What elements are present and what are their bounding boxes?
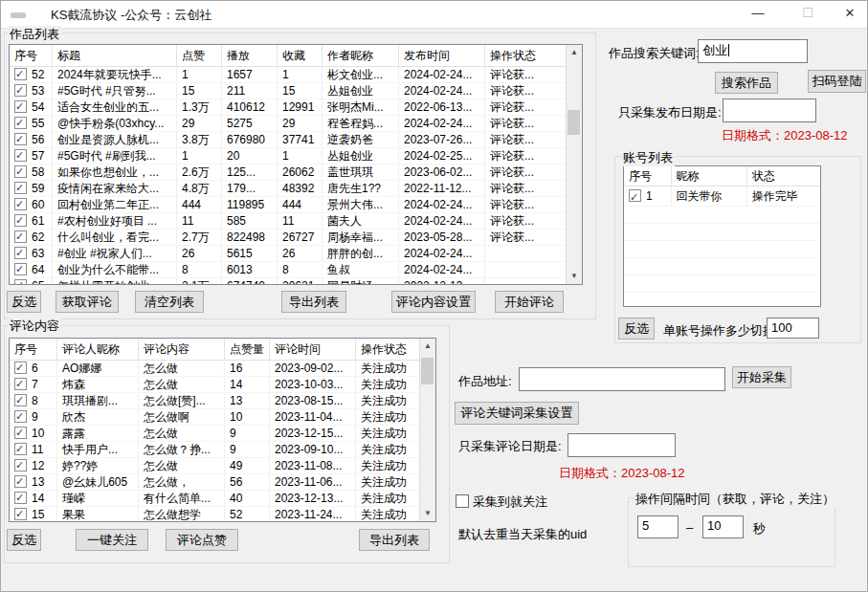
row-checkbox[interactable] bbox=[14, 378, 27, 390]
works-scrollbar-thumb[interactable] bbox=[568, 110, 580, 135]
comments-table-row[interactable]: 11 快手用户... 怎么做？挣... 9 2023-09-10... 关注成功 bbox=[10, 442, 435, 458]
status-cell: 关注成功 bbox=[356, 393, 421, 408]
works-table-row[interactable]: 54 适合女生创业的五... 1.3万 410612 12991 张明杰Mi..… bbox=[10, 99, 582, 116]
comments-table-row[interactable]: 15 果果 怎么做想学 52 2023-11-24... 关注成功 bbox=[10, 507, 435, 522]
works-table-row[interactable]: 60 回村创业第二年正... 444 119895 444 景州大伟... 20… bbox=[10, 197, 582, 213]
row-checkbox[interactable] bbox=[14, 263, 27, 275]
comments-table-row[interactable]: 8 琪琪播剧... 怎么做[赞]... 13 2023-08-15... 关注成… bbox=[10, 393, 435, 409]
row-checkbox[interactable] bbox=[14, 117, 27, 129]
accounts-table-row[interactable]: 1 回关带你 操作完毕 bbox=[624, 186, 820, 207]
works-table-row[interactable]: 61 #农村创业好项目 ... 11 585 11 菌夫人 2024-02-24… bbox=[10, 213, 582, 230]
row-checkbox[interactable] bbox=[14, 362, 27, 374]
works-table: 序号 标题 点赞 播放 收藏 作者昵称 发布时间 操作状态 52 2024年就要… bbox=[9, 44, 583, 285]
row-checkbox[interactable] bbox=[14, 459, 27, 471]
work-url-input[interactable] bbox=[519, 367, 725, 391]
comments-table-row[interactable]: 13 @幺妹儿605 怎么做， 56 2023-11-06... 关注成功 bbox=[10, 474, 435, 491]
row-checkbox[interactable] bbox=[14, 133, 27, 145]
works-invert-button[interactable]: 反选 bbox=[7, 291, 41, 313]
interval-max-input[interactable]: 10 bbox=[702, 515, 744, 538]
title-cell: 创业为什么不能带... bbox=[53, 262, 177, 277]
comment-date-input[interactable] bbox=[568, 433, 676, 457]
works-table-row[interactable]: 57 #5G时代 #刷到我... 1 20 1 丛姐创业 2024-02-25.… bbox=[10, 148, 582, 164]
favs-cell: 12991 bbox=[278, 99, 323, 115]
works-table-row[interactable]: 62 什么叫创业，看完... 2.7万 822498 26727 周杨幸福...… bbox=[10, 230, 582, 246]
close-icon[interactable]: ✕ bbox=[830, 1, 868, 28]
row-checkbox[interactable] bbox=[14, 394, 27, 406]
row-checkbox[interactable] bbox=[14, 230, 27, 243]
likes-cell: 10 bbox=[225, 409, 270, 425]
comments-table-row[interactable]: 7 炜森 怎么做 14 2023-10-03... 关注成功 bbox=[10, 377, 435, 393]
follow-on-collect-checkbox[interactable] bbox=[456, 494, 469, 508]
comments-scrollbar-thumb[interactable] bbox=[421, 358, 434, 384]
follow-all-button[interactable]: 一键关注 bbox=[76, 529, 148, 551]
comment-content-settings-button[interactable]: 评论内容设置 bbox=[391, 291, 476, 313]
search-works-button[interactable]: 搜索作品 bbox=[715, 72, 778, 94]
comments-table-row[interactable]: 9 欣杰 怎么做啊 10 2023-11-04... 关注成功 bbox=[10, 409, 435, 426]
plays-cell: 1657 bbox=[222, 67, 278, 82]
comments-table-row[interactable]: 14 瑾嵘 有什么简单... 40 2023-12-13... 关注成功 bbox=[10, 491, 435, 507]
row-checkbox[interactable] bbox=[629, 189, 641, 202]
comments-table-row[interactable]: 10 露露 怎么做 9 2023-12-15... 关注成功 bbox=[10, 426, 435, 442]
publish-date-input[interactable] bbox=[723, 99, 816, 122]
row-checkbox[interactable] bbox=[14, 68, 27, 80]
works-table-row[interactable]: 56 创业是资源人脉机... 3.8万 676980 37741 逆袭奶爸 20… bbox=[10, 132, 582, 148]
row-checkbox[interactable] bbox=[14, 508, 27, 520]
row-index-cell: 13 bbox=[10, 474, 57, 490]
works-table-row[interactable]: 64 创业为什么不能带... 8 6013 8 鱼叔 2024-02-24... bbox=[10, 262, 582, 278]
search-keyword-input[interactable]: 创业 bbox=[698, 39, 808, 63]
col-header-index: 序号 bbox=[624, 166, 672, 186]
row-checkbox[interactable] bbox=[14, 492, 27, 504]
interval-min-input[interactable]: 5 bbox=[637, 515, 679, 538]
row-checkbox[interactable] bbox=[14, 84, 27, 97]
works-scrollbar[interactable]: ▲ ▼ bbox=[566, 45, 582, 284]
row-checkbox[interactable] bbox=[14, 198, 27, 210]
start-collect-button[interactable]: 开始采集 bbox=[732, 366, 791, 388]
accounts-invert-button[interactable]: 反选 bbox=[618, 318, 655, 340]
works-table-row[interactable]: 63 #创业 #祝家人们... 26 5615 26 胖胖的创... 2024-… bbox=[10, 246, 582, 262]
comments-scrollbar[interactable]: ▲ ▼ bbox=[419, 339, 435, 521]
comments-table-body: 6 AO娜娜 怎么做 16 2023-09-02... 关注成功 7 炜森 怎么… bbox=[10, 361, 435, 522]
row-checkbox[interactable] bbox=[14, 149, 27, 162]
works-table-row[interactable]: 55 @快手粉条(03xhcy... 29 5275 29 程爸程妈... 20… bbox=[10, 116, 582, 132]
comments-table-row[interactable]: 12 婷??婷 怎么做 49 2023-11-08... 关注成功 bbox=[10, 458, 435, 474]
plays-cell: 179... bbox=[222, 181, 278, 196]
date-cell: 2024-02-24... bbox=[399, 262, 485, 277]
row-checkbox[interactable] bbox=[14, 247, 27, 259]
row-checkbox[interactable] bbox=[14, 182, 27, 194]
get-comments-button[interactable]: 获取评论 bbox=[56, 291, 119, 313]
like-comments-button[interactable]: 评论点赞 bbox=[166, 529, 238, 551]
comments-table-row[interactable]: 6 AO娜娜 怎么做 16 2023-09-02... 关注成功 bbox=[10, 361, 435, 377]
row-checkbox[interactable] bbox=[14, 475, 27, 488]
interval-group-label: 操作间隔时间（获取，评论，关注） bbox=[634, 491, 836, 508]
scrollbar-up-icon[interactable]: ▲ bbox=[567, 45, 582, 60]
start-comment-button[interactable]: 开始评论 bbox=[495, 291, 564, 313]
qr-login-button[interactable]: 扫码登陆 bbox=[808, 70, 866, 93]
scrollbar-down-icon[interactable]: ▼ bbox=[420, 506, 435, 521]
scrollbar-up-icon[interactable]: ▲ bbox=[420, 339, 435, 354]
title-cell: #创业 #祝家人们... bbox=[53, 246, 177, 261]
works-table-row[interactable]: 65 怎样从零开始创业... 2.1万 674740 20621 网易财经 20… bbox=[10, 278, 582, 285]
time-cell: 2023-10-03... bbox=[270, 377, 356, 392]
maximize-icon[interactable]: ☐ bbox=[788, 1, 828, 28]
row-checkbox[interactable] bbox=[14, 214, 27, 227]
row-checkbox[interactable] bbox=[14, 443, 27, 455]
comments-export-button[interactable]: 导出列表 bbox=[359, 529, 430, 551]
works-table-row[interactable]: 58 如果你也想创业，... 2.6万 125... 26062 盖世琪琪 20… bbox=[10, 164, 582, 181]
works-table-row[interactable]: 52 2024年就要玩快手... 1 1657 1 彬文创业... 2024-0… bbox=[10, 67, 582, 83]
account-switch-input[interactable]: 100 bbox=[767, 318, 819, 339]
row-index-cell: 1 bbox=[624, 186, 672, 206]
date-cell: 2022-06-13... bbox=[399, 99, 485, 115]
row-checkbox[interactable] bbox=[14, 100, 27, 113]
row-checkbox[interactable] bbox=[14, 165, 27, 178]
row-checkbox[interactable] bbox=[14, 279, 27, 285]
row-checkbox[interactable] bbox=[14, 410, 27, 423]
clear-list-button[interactable]: 清空列表 bbox=[135, 291, 204, 313]
works-table-row[interactable]: 59 疫情闲在家来给大... 4.8万 179... 48392 唐先生1?? … bbox=[10, 181, 582, 197]
comment-keyword-collect-settings-button[interactable]: 评论关键词采集设置 bbox=[455, 402, 579, 425]
row-checkbox[interactable] bbox=[14, 427, 27, 439]
comments-invert-button[interactable]: 反选 bbox=[7, 529, 41, 551]
works-table-row[interactable]: 53 #5G时代 #只管努... 15 211 15 丛姐创业 2024-02-… bbox=[10, 83, 582, 99]
works-export-button[interactable]: 导出列表 bbox=[281, 291, 346, 313]
minimize-icon[interactable]: — bbox=[738, 1, 778, 28]
scrollbar-down-icon[interactable]: ▼ bbox=[567, 269, 582, 284]
